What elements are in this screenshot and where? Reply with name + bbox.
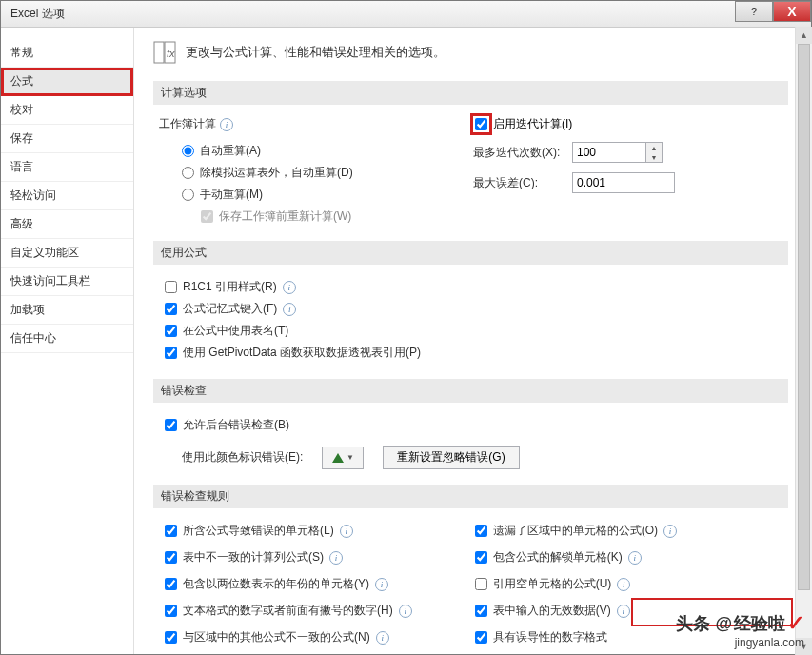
- sidebar-item-general[interactable]: 常规: [1, 39, 133, 68]
- rule-invalid-table-data-input[interactable]: [475, 605, 487, 617]
- sidebar-item-advanced[interactable]: 高级: [1, 210, 133, 239]
- check-autocomplete-label: 公式记忆式键入(F): [183, 301, 277, 317]
- iteration-group: 启用迭代计算(I) 最多迭代次数(X): ▲ ▼ 最大误差: [473, 116, 788, 228]
- radio-auto-except[interactable]: 除模拟运算表外，自动重算(D): [159, 162, 416, 184]
- info-icon[interactable]: i: [329, 551, 343, 565]
- check-table-names[interactable]: 在公式中使用表名(T): [159, 320, 788, 342]
- rule-misleading-format[interactable]: 具有误导性的数字格式: [469, 626, 677, 648]
- rule-empty-ref[interactable]: 引用空单元格的公式(U)i: [469, 573, 677, 595]
- info-icon[interactable]: i: [283, 303, 296, 316]
- rule-error-cells-label: 所含公式导致错误的单元格(L): [183, 523, 334, 539]
- sidebar-item-ease[interactable]: 轻松访问: [1, 182, 133, 210]
- sidebar-item-qat[interactable]: 快速访问工具栏: [1, 268, 133, 296]
- sidebar-item-proofing[interactable]: 校对: [1, 96, 133, 125]
- radio-manual-input[interactable]: [182, 189, 194, 201]
- rule-error-cells[interactable]: 所含公式导致错误的单元格(L)i: [159, 520, 412, 542]
- rule-inconsistent-formula-label: 与区域中的其他公式不一致的公式(N): [183, 629, 370, 645]
- vertical-scrollbar[interactable]: ▲ ▼: [795, 27, 812, 655]
- rule-inconsistent-formula[interactable]: 与区域中的其他公式不一致的公式(N)i: [159, 626, 412, 648]
- sidebar: 常规 公式 校对 保存 语言 轻松访问 高级 自定义功能区 快速访问工具栏 加载…: [1, 28, 134, 654]
- enable-iteration-row: 启用迭代计算(I): [473, 116, 788, 132]
- error-color-picker[interactable]: ▼: [322, 447, 364, 469]
- error-checking-options: 允许后台错误检查(B) 使用此颜色标识错误(E): ▼ 重新设置忽略错误(G): [153, 414, 788, 469]
- reset-ignored-button[interactable]: 重新设置忽略错误(G): [383, 446, 519, 469]
- max-iterations-input[interactable]: [572, 142, 646, 163]
- watermark: 头条 @ 经验啦 ✓ jingyanla.com: [676, 611, 804, 649]
- rule-omit-cells-input[interactable]: [475, 525, 487, 537]
- check-recalc-before-save: 保存工作簿前重新计算(W): [159, 206, 416, 228]
- rule-inconsistent-col[interactable]: 表中不一致的计算列公式(S)i: [159, 546, 412, 568]
- rule-empty-ref-input[interactable]: [475, 578, 487, 590]
- dialog-body: 常规 公式 校对 保存 语言 轻松访问 高级 自定义功能区 快速访问工具栏 加载…: [1, 28, 811, 654]
- sidebar-item-trust-center[interactable]: 信任中心: [1, 325, 133, 353]
- info-icon[interactable]: i: [617, 605, 630, 618]
- radio-auto[interactable]: 自动重算(A): [159, 140, 416, 162]
- workbook-calc-label: 工作簿计算 i: [159, 116, 416, 132]
- check-bg-error-input[interactable]: [165, 419, 177, 431]
- check-r1c1[interactable]: R1C1 引用样式(R) i: [159, 276, 788, 298]
- options-dialog: Excel 选项 ? X 常规 公式 校对 保存 语言 轻松访问 高级 自定义功…: [0, 0, 812, 655]
- check-getpivot-input[interactable]: [165, 347, 177, 359]
- sidebar-item-formulas[interactable]: 公式: [1, 68, 133, 96]
- check-r1c1-label: R1C1 引用样式(R): [183, 279, 277, 295]
- sidebar-item-customize-ribbon[interactable]: 自定义功能区: [1, 239, 133, 268]
- rule-unlocked-formula-input[interactable]: [475, 551, 487, 564]
- sidebar-item-addins[interactable]: 加载项: [1, 296, 133, 325]
- calc-options: 工作簿计算 i 自动重算(A) 除模拟运算表外，自动重算(D) 手动重算(M): [153, 116, 788, 228]
- rule-text-numbers[interactable]: 文本格式的数字或者前面有撇号的数字(H)i: [159, 600, 412, 622]
- info-icon[interactable]: i: [375, 578, 388, 591]
- rule-inconsistent-formula-input[interactable]: [165, 631, 177, 644]
- rule-misleading-format-input[interactable]: [475, 631, 487, 644]
- check-recalc-before-save-input: [201, 210, 213, 223]
- check-bg-error[interactable]: 允许后台错误检查(B): [159, 414, 788, 436]
- radio-auto-input[interactable]: [182, 145, 194, 157]
- radio-auto-except-input[interactable]: [182, 167, 194, 179]
- rule-2digit-year-input[interactable]: [165, 578, 177, 590]
- rules-right-col: 遗漏了区域中的单元格的公式(O)i 包含公式的解锁单元格(K)i 引用空单元格的…: [469, 520, 677, 648]
- scroll-track[interactable]: [796, 44, 812, 638]
- info-icon[interactable]: i: [220, 118, 233, 131]
- sidebar-item-save[interactable]: 保存: [1, 125, 133, 153]
- info-icon[interactable]: i: [628, 551, 642, 565]
- max-change-input[interactable]: [572, 172, 675, 193]
- rule-omit-cells-label: 遗漏了区域中的单元格的公式(O): [493, 523, 658, 539]
- check-autocomplete[interactable]: 公式记忆式键入(F) i: [159, 298, 788, 320]
- spinner-down-icon[interactable]: ▼: [646, 152, 662, 162]
- help-button[interactable]: ?: [735, 1, 773, 22]
- rule-two-digit-year[interactable]: 包含以两位数表示的年份的单元格(Y)i: [159, 573, 412, 595]
- info-icon[interactable]: i: [283, 281, 296, 294]
- max-change-label: 最大误差(C):: [473, 175, 564, 191]
- info-icon[interactable]: i: [399, 605, 412, 618]
- spinner-up-icon[interactable]: ▲: [646, 143, 662, 152]
- color-triangle-icon: [332, 453, 344, 463]
- info-icon[interactable]: i: [617, 578, 630, 591]
- scroll-thumb[interactable]: [798, 44, 810, 590]
- radio-manual[interactable]: 手动重算(M): [159, 184, 416, 206]
- rule-invalid-table-data[interactable]: 表中输入的无效数据(V)i: [469, 600, 677, 622]
- formula-icon: fx: [153, 41, 176, 64]
- rule-error-cells-input[interactable]: [165, 525, 177, 537]
- close-button[interactable]: X: [773, 1, 811, 22]
- info-icon[interactable]: i: [376, 631, 389, 645]
- rule-misleading-format-label: 具有误导性的数字格式: [493, 629, 607, 645]
- radio-auto-except-label: 除模拟运算表外，自动重算(D): [200, 165, 353, 181]
- info-icon[interactable]: i: [340, 525, 353, 538]
- sidebar-item-language[interactable]: 语言: [1, 153, 133, 182]
- titlebar: Excel 选项 ? X: [1, 1, 811, 28]
- scroll-up-icon[interactable]: ▲: [796, 27, 812, 44]
- rule-text-numbers-input[interactable]: [165, 605, 177, 617]
- check-icon: ✓: [787, 611, 804, 636]
- section-error-rules: 错误检查规则: [153, 485, 788, 508]
- rule-inconsistent-col-input[interactable]: [165, 551, 177, 564]
- radio-manual-label: 手动重算(M): [200, 187, 263, 203]
- rule-unlocked-formula[interactable]: 包含公式的解锁单元格(K)i: [469, 546, 677, 568]
- check-r1c1-input[interactable]: [165, 281, 177, 293]
- rule-omit-cells[interactable]: 遗漏了区域中的单元格的公式(O)i: [469, 520, 677, 542]
- check-getpivot-label: 使用 GetPivotData 函数获取数据透视表引用(P): [183, 345, 421, 361]
- check-getpivot[interactable]: 使用 GetPivotData 函数获取数据透视表引用(P): [159, 342, 788, 364]
- error-color-label: 使用此颜色标识错误(E):: [159, 449, 303, 466]
- check-table-names-input[interactable]: [165, 325, 177, 337]
- check-autocomplete-input[interactable]: [165, 303, 177, 315]
- check-enable-iteration[interactable]: [475, 118, 487, 130]
- info-icon[interactable]: i: [663, 525, 677, 538]
